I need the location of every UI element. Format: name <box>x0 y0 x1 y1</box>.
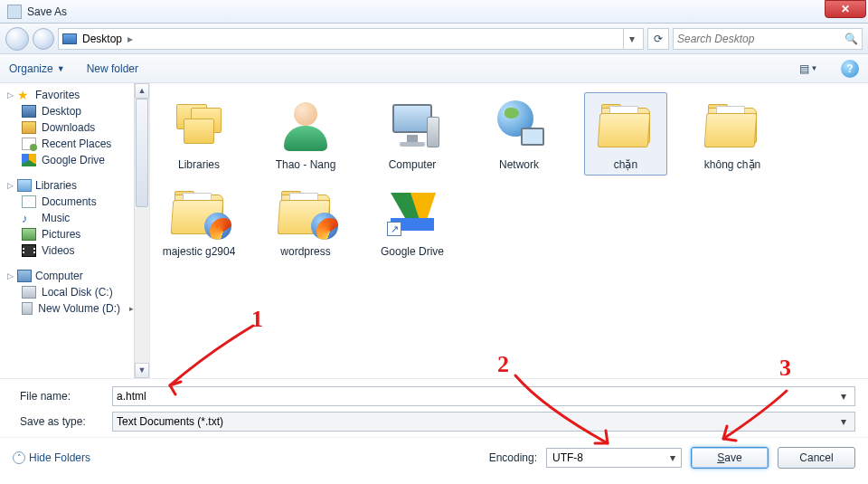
grid-item-label: Google Drive <box>381 245 444 258</box>
chevron-down-icon[interactable]: ▾ <box>836 390 851 403</box>
recent-icon <box>22 138 36 150</box>
save-button[interactable]: Save <box>691 447 769 469</box>
user-icon <box>278 100 333 151</box>
grid-item-label: chặn <box>614 158 637 171</box>
nav-bar: Desktop ▸ ▾ ⟳ 🔍 <box>0 24 868 54</box>
grid-item[interactable]: Computer <box>371 92 454 176</box>
search-box[interactable]: 🔍 <box>673 28 863 50</box>
sidebar-item-desktop[interactable]: Desktop <box>7 103 134 119</box>
search-input[interactable] <box>677 33 844 45</box>
sidebar-group-favorites[interactable]: ▷ ★ Favorites <box>7 89 134 101</box>
chevron-right-icon[interactable]: ▸ <box>127 33 133 45</box>
app-icon <box>7 5 22 19</box>
document-icon <box>22 195 36 208</box>
folder-icon <box>172 191 226 234</box>
filename-field[interactable]: ▾ <box>112 386 855 406</box>
breadcrumb[interactable]: Desktop ▸ ▾ <box>58 28 644 50</box>
star-icon: ★ <box>17 89 32 101</box>
chevron-down-icon[interactable]: ▾ <box>836 415 851 428</box>
grid-item[interactable]: Network <box>477 92 561 176</box>
organize-button[interactable]: Organize ▼ <box>9 62 65 75</box>
sidebar-item-disk-c[interactable]: Local Disk (C:) <box>7 284 134 300</box>
sidebar-group-label: Favorites <box>35 89 80 101</box>
sidebar-item-gdrive[interactable]: Google Drive <box>7 152 134 168</box>
back-button[interactable] <box>5 27 29 51</box>
sidebar-item-videos[interactable]: Videos <box>7 242 134 259</box>
content: ▷ ★ Favorites Desktop Downloads Recent P… <box>0 83 868 378</box>
libraries-icon <box>17 179 32 192</box>
new-folder-button[interactable]: New folder <box>87 62 138 75</box>
libraries-icon <box>171 102 227 149</box>
network-icon <box>492 100 546 151</box>
savetype-field[interactable]: Text Documents (*.txt) ▾ <box>112 412 855 432</box>
help-button[interactable]: ? <box>841 60 859 78</box>
new-folder-label: New folder <box>87 62 138 75</box>
encoding-label: Encoding: <box>489 451 537 464</box>
grid-item-label: majestic g2904 <box>163 245 236 258</box>
sidebar-item-pictures[interactable]: Pictures <box>7 226 134 242</box>
grid-item[interactable]: wordpress <box>264 179 347 262</box>
sidebar-item-label: Documents <box>42 195 97 208</box>
sidebar-item-label: Downloads <box>42 121 95 134</box>
sidebar-group-label: Libraries <box>35 179 77 192</box>
sidebar-scrollbar[interactable]: ▲ ▼ <box>134 83 149 378</box>
organize-label: Organize <box>9 62 53 75</box>
cancel-button[interactable]: Cancel <box>778 447 855 469</box>
folder-icon <box>599 104 653 147</box>
grid-item-label: Computer <box>389 158 437 171</box>
caret-icon: ▷ <box>7 271 14 280</box>
folder-icon <box>705 104 760 147</box>
grid-item[interactable]: ↗Google Drive <box>371 179 454 262</box>
view-button[interactable]: ▤ ▼ <box>797 59 819 79</box>
encoding-value: UTF-8 <box>552 451 583 464</box>
folder-icon <box>278 191 333 234</box>
sidebar-item-label: New Volume (D:) <box>38 302 120 315</box>
filename-input[interactable] <box>117 390 836 403</box>
computer-icon <box>17 270 32 282</box>
scroll-down-button[interactable]: ▼ <box>135 363 149 378</box>
grid-item[interactable]: majestic g2904 <box>157 179 241 262</box>
breadcrumb-dropdown[interactable]: ▾ <box>623 29 639 49</box>
scroll-up-button[interactable]: ▲ <box>135 83 149 99</box>
file-grid[interactable]: LibrariesThao - NangComputerNetworkchặnk… <box>150 83 868 378</box>
hide-folders-button[interactable]: ˄ Hide Folders <box>13 451 90 464</box>
search-icon: 🔍 <box>844 33 858 45</box>
cancel-label: Cancel <box>799 451 833 464</box>
grid-item[interactable]: chặn <box>584 92 667 176</box>
sidebar-group-computer[interactable]: ▷ Computer <box>7 270 134 282</box>
downloads-icon <box>22 121 36 134</box>
footer: ˄ Hide Folders Encoding: UTF-8 ▾ Save Ca… <box>0 437 868 477</box>
grid-item-label: wordpress <box>280 245 330 258</box>
caret-icon: ▷ <box>7 181 14 190</box>
grid-item[interactable]: không chặn <box>691 92 774 176</box>
sidebar-group-libraries[interactable]: ▷ Libraries <box>7 179 134 192</box>
grid-item[interactable]: Libraries <box>157 92 241 176</box>
chevron-down-icon[interactable]: ▾ <box>670 451 675 464</box>
caret-icon: ▷ <box>7 90 14 100</box>
close-button[interactable]: ✕ <box>825 0 866 18</box>
encoding-select[interactable]: UTF-8 ▾ <box>546 448 682 468</box>
breadcrumb-segment[interactable]: Desktop <box>82 33 122 45</box>
forward-button[interactable] <box>33 28 54 50</box>
pictures-icon <box>22 228 36 241</box>
sidebar-item-disk-d[interactable]: New Volume (D:)▸ <box>7 300 134 317</box>
filename-label: File name: <box>13 390 112 403</box>
desktop-icon <box>22 105 36 118</box>
sidebar-item-documents[interactable]: Documents <box>7 194 134 210</box>
refresh-button[interactable]: ⟳ <box>647 28 669 50</box>
sidebar-item-label: Google Drive <box>42 154 105 166</box>
sidebar-item-recent[interactable]: Recent Places <box>7 136 134 152</box>
sidebar-item-music[interactable]: ♪Music <box>7 210 134 226</box>
sidebar-item-label: Pictures <box>42 228 80 241</box>
disk-icon <box>22 286 36 299</box>
sidebar-item-downloads[interactable]: Downloads <box>7 119 134 136</box>
save-label: ave <box>724 451 741 464</box>
chevron-down-icon: ▼ <box>57 64 65 73</box>
save-fields: File name: ▾ Save as type: Text Document… <box>0 378 868 437</box>
grid-item[interactable]: Thao - Nang <box>264 92 347 176</box>
disk-icon <box>22 302 33 315</box>
savetype-label: Save as type: <box>13 415 112 428</box>
grid-item-label: không chặn <box>704 158 760 171</box>
scroll-thumb[interactable] <box>136 99 148 207</box>
chevron-up-icon: ˄ <box>13 451 25 464</box>
